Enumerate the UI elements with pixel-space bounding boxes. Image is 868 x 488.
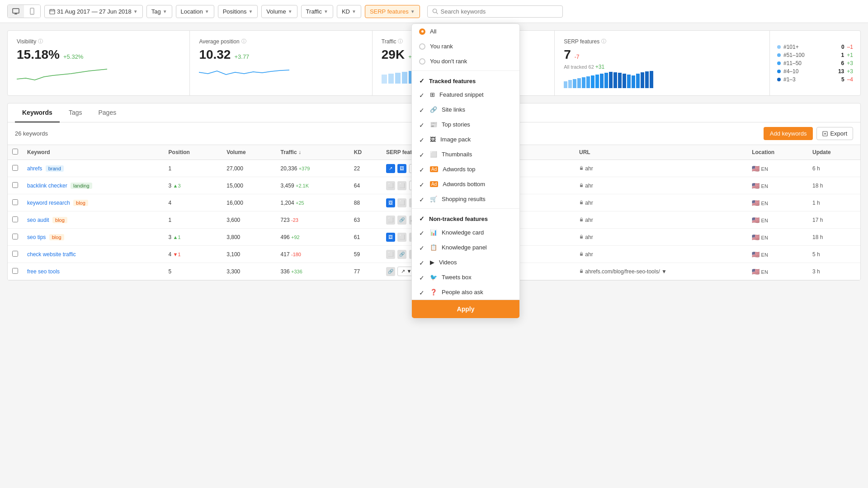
keyword-link[interactable]: seo tips <box>27 234 46 240</box>
item-videos[interactable]: ✓ ▶ Videos <box>412 255 519 270</box>
serp-icon-g1: ⬜ <box>386 216 395 225</box>
traffic-filter[interactable]: Traffic ▼ <box>301 5 333 18</box>
kd-cell: 59 <box>349 246 382 263</box>
svg-rect-31 <box>595 75 599 88</box>
pos-count-11: 6 <box>835 60 844 66</box>
svg-rect-5 <box>50 9 55 14</box>
knowledge-card-check: ✓ <box>419 230 425 236</box>
serp-icon-img: 🖼 <box>397 164 406 173</box>
svg-rect-42 <box>645 71 649 88</box>
pos-row-11: #11–50 6 +3 <box>777 60 853 66</box>
serp-icon-g1: ⬜ <box>386 250 395 259</box>
item-adwords-bottom[interactable]: ✓ Ad Adwords bottom <box>412 177 519 192</box>
kd-cell: 88 <box>349 194 382 211</box>
svg-line-10 <box>436 12 437 14</box>
positions-filter[interactable]: Positions ▼ <box>218 5 258 18</box>
radio-all[interactable]: All <box>412 24 519 39</box>
keyword-link[interactable]: keyword research <box>27 200 70 206</box>
volume-cell: 27,000 <box>222 160 276 177</box>
traffic-chevron-icon: ▼ <box>324 9 328 14</box>
mobile-btn[interactable] <box>24 5 40 18</box>
row-checkbox[interactable] <box>12 268 18 274</box>
pos-change-11: +3 <box>847 60 853 66</box>
svg-rect-33 <box>604 73 608 88</box>
top-stories-check: ✓ <box>419 122 425 128</box>
select-all-checkbox[interactable] <box>12 149 18 155</box>
keyword-link[interactable]: backlink checker <box>27 183 67 189</box>
desktop-btn[interactable] <box>8 5 24 18</box>
position-cell: 5 <box>164 263 222 280</box>
row-checkbox[interactable] <box>12 199 18 205</box>
item-shopping-results[interactable]: ✓ 🛒 Shopping results <box>412 192 519 206</box>
row-checkbox[interactable] <box>12 251 18 257</box>
item-knowledge-card[interactable]: ✓ 📊 Knowledge card <box>412 225 519 240</box>
traffic-cell: 496 +92 <box>276 229 349 246</box>
row-checkbox[interactable] <box>12 165 18 171</box>
item-people-also-ask[interactable]: ✓ ❓ People also ask <box>412 285 519 288</box>
serp-features-card: SERP features ⓘ 7 -7 All tracked 62 +31 <box>555 31 770 95</box>
location-filter[interactable]: Location ▼ <box>176 5 214 18</box>
item-top-stories[interactable]: ✓ 📰 Top stories <box>412 117 519 132</box>
export-button[interactable]: Export <box>816 127 853 140</box>
tab-pages[interactable]: Pages <box>91 103 124 122</box>
adwords-top-check: ✓ <box>419 166 425 173</box>
url-cell: ahr <box>575 211 747 229</box>
pos-label-1: #1–3 <box>783 76 833 83</box>
pos-change-1: –4 <box>847 76 853 83</box>
keyword-link[interactable]: seo audit <box>27 217 49 223</box>
serp-features-info-icon: ⓘ <box>601 38 606 45</box>
svg-rect-11 <box>382 75 387 84</box>
kd-cell: 64 <box>349 177 382 194</box>
item-knowledge-panel[interactable]: ✓ 📋 Knowledge panel <box>412 240 519 255</box>
item-adwords-top[interactable]: ✓ Ad Adwords top <box>412 162 519 177</box>
serp-filter[interactable]: SERP features ▼ <box>365 5 420 18</box>
tab-keywords[interactable]: Keywords <box>15 103 60 122</box>
position-cell: 4 ▼1 <box>164 246 222 263</box>
row-checkbox[interactable] <box>12 182 18 188</box>
keyword-link[interactable]: free seo tools <box>27 268 60 275</box>
date-range-filter[interactable]: 31 Aug 2017 — 27 Jun 2018 ▼ <box>44 5 143 18</box>
svg-rect-13 <box>395 73 401 84</box>
keyword-link[interactable]: ahrefs <box>27 165 42 172</box>
serp-icon-g2: 🔗 <box>397 216 406 225</box>
visibility-info-icon: ⓘ <box>38 38 43 45</box>
row-checkbox[interactable] <box>12 216 18 222</box>
item-image-pack[interactable]: ✓ 🖼 Image pack <box>412 132 519 147</box>
tab-tags[interactable]: Tags <box>61 103 90 122</box>
item-featured-snippet[interactable]: ✓ ⊞ Featured snippet <box>412 87 519 102</box>
add-keywords-button[interactable]: Add keywords <box>764 127 813 140</box>
kd-cell: 22 <box>349 160 382 177</box>
export-label: Export <box>830 130 847 137</box>
radio-you-rank[interactable]: You rank <box>412 39 519 54</box>
image-pack-icon: 🖼 <box>430 136 436 143</box>
radio-you-dont[interactable]: You don't rank <box>412 54 519 69</box>
row-checkbox[interactable] <box>12 234 18 239</box>
search-input[interactable] <box>441 8 558 15</box>
item-tweets-box[interactable]: ✓ 🐦 Tweets box <box>412 270 519 285</box>
position-cell: 4 <box>164 194 222 211</box>
pos-dot-1 <box>777 78 781 81</box>
keyword-link[interactable]: check website traffic <box>27 251 76 258</box>
kd-cell: 77 <box>349 263 382 280</box>
top-stories-icon: 📰 <box>430 121 437 128</box>
pos-dot-101 <box>777 45 781 49</box>
volume-filter[interactable]: Volume ▼ <box>261 5 297 18</box>
search-box <box>427 5 563 18</box>
avg-position-label: Average position ⓘ <box>199 38 363 45</box>
item-thumbnails[interactable]: ✓ ⬜ Thumbnails <box>412 147 519 162</box>
knowledge-panel-check: ✓ <box>419 244 425 251</box>
tracked-features-header: ✓ Tracked features <box>412 73 519 87</box>
pos-dot-11 <box>777 61 781 65</box>
traffic-cell: 417 -180 <box>276 246 349 263</box>
kd-filter[interactable]: KD ▼ <box>337 5 361 18</box>
knowledge-panel-icon: 📋 <box>430 244 437 251</box>
item-site-links[interactable]: ✓ 🔗 Site links <box>412 102 519 117</box>
radio-you-rank-label: You rank <box>430 43 453 50</box>
kd-cell: 63 <box>349 211 382 229</box>
location-cell: 🇺🇸 EN <box>747 194 808 211</box>
pos-dot-51 <box>777 53 781 57</box>
tag-filter[interactable]: Tag ▼ <box>146 5 172 18</box>
pos-change-4: +3 <box>847 68 853 75</box>
tracked-features-label: Tracked features <box>429 78 476 84</box>
svg-rect-26 <box>573 79 576 88</box>
